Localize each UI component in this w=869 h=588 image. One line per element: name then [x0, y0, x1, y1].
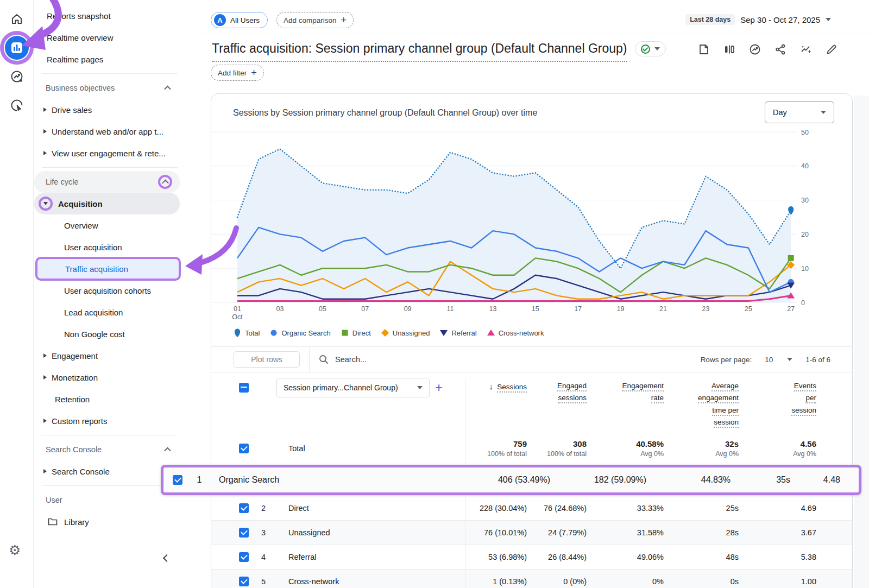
nav-section-label: Business objectives	[46, 84, 115, 92]
sidebar-item-understand-web-and-or-app-t-[interactable]: Understand web and/or app t...	[34, 121, 182, 142]
row-checkbox[interactable]	[239, 503, 249, 513]
edit-pencil-icon[interactable]	[826, 43, 837, 55]
legend-item-organic-search[interactable]: Organic Search	[269, 328, 330, 337]
column-header-text[interactable]: sessions	[558, 394, 587, 403]
sessions-value: 1 (0.13%)	[465, 570, 527, 588]
sidebar-item-label: Overview	[64, 221, 98, 230]
channel-name: Direct	[276, 504, 465, 513]
sessions-value: 53 (6.98%)	[465, 545, 527, 569]
notes-icon[interactable]	[698, 43, 710, 55]
add-comparison-button[interactable]: Add comparison +	[276, 12, 354, 28]
column-header-text[interactable]: time per	[712, 406, 739, 416]
row-checkbox[interactable]	[239, 577, 249, 586]
table-search[interactable]: Search...	[319, 355, 701, 364]
sidebar-item-monetization[interactable]: Monetization	[34, 366, 182, 388]
collapse-chevron[interactable]	[160, 81, 174, 95]
column-header-text[interactable]: session	[791, 406, 816, 416]
column-header-text[interactable]: engagement	[698, 394, 739, 403]
explore-icon[interactable]	[5, 65, 29, 88]
chevron-up-icon	[164, 85, 171, 92]
sidebar-item-user-acquisition[interactable]: User acquisition	[34, 236, 182, 258]
svg-text:23: 23	[702, 305, 709, 313]
legend-item-cross-network[interactable]: Cross-network	[487, 328, 544, 337]
rows-per-page-select[interactable]: 10	[765, 356, 792, 364]
column-header-engagement-rate: Engagementrate	[587, 378, 664, 404]
sidebar-item-overview[interactable]: Overview	[34, 214, 182, 236]
total-sessions: 759100% of total	[465, 431, 527, 466]
column-header-text[interactable]: per	[805, 394, 816, 403]
column-header-text[interactable]: Events	[794, 382, 816, 391]
table-header-row: Session primary...Channel Group) + ↓ Ses…	[211, 372, 852, 431]
events-per-session-value: 5.38	[739, 553, 816, 561]
sidebar-item-realtime-pages[interactable]: Realtime pages	[34, 48, 182, 70]
legend-item-unassigned[interactable]: Unassigned	[381, 328, 430, 337]
explore-report-icon[interactable]	[749, 43, 761, 55]
column-header-text[interactable]: rate	[651, 394, 664, 403]
select-all-checkbox[interactable]	[239, 383, 249, 393]
total-row-checkbox[interactable]	[239, 444, 249, 453]
data-quality-button[interactable]	[635, 41, 666, 56]
sidebar-item-library[interactable]: Library	[34, 511, 182, 533]
sidebar-item-non-google-cost[interactable]: Non Google cost	[34, 323, 182, 345]
sidebar-item-acquisition[interactable]: Acquisition	[34, 193, 180, 214]
insights-icon[interactable]	[800, 43, 812, 55]
nav-section-business-objectives[interactable]: Business objectives	[34, 77, 182, 99]
row-checkbox[interactable]	[239, 528, 249, 538]
expand-caret-circled[interactable]	[39, 197, 53, 211]
channel-name: Referral	[276, 553, 465, 561]
home-icon[interactable]	[5, 7, 29, 31]
sidebar-item-user-acquisition-cohorts[interactable]: User acquisition cohorts	[34, 280, 182, 301]
legend-item-referral[interactable]: Referral	[439, 328, 476, 337]
granularity-select[interactable]: Day	[765, 102, 834, 123]
row-checkbox[interactable]	[173, 475, 182, 485]
table-row-cross-network[interactable]: 5Cross-network1 (0.13%)0 (0%)0%0s1.00	[211, 569, 852, 588]
highlighted-organic-search-row[interactable]: 1 Organic Search 406 (53.49%) 182 (59.09…	[161, 465, 861, 495]
collapse-chevron[interactable]	[160, 442, 174, 457]
nav-divider	[42, 435, 178, 435]
caret-down-icon	[43, 202, 48, 205]
sidebar-item-reports-snapshot[interactable]: Reports snapshot	[34, 5, 182, 27]
sidebar-item-view-user-engagement-rete-[interactable]: View user engagement & rete...	[34, 142, 182, 164]
nav-section-life-cycle[interactable]: Life cycle	[34, 171, 180, 193]
column-header-text[interactable]: Sessions	[497, 383, 527, 393]
engaged-sessions-value: 26 (8.44%)	[527, 553, 587, 561]
engagement-rate-value: 31.58%	[587, 528, 664, 537]
nav-section-search-console[interactable]: Search Console	[34, 439, 182, 460]
column-header-text[interactable]: Engagement	[622, 382, 664, 391]
comparison-icon[interactable]	[723, 43, 735, 55]
date-range-picker[interactable]: Last 28 days Sep 30 - Oct 27, 2025	[685, 14, 831, 25]
settings-gear-icon[interactable]: ⚙	[9, 542, 21, 558]
sidebar-item-drive-sales[interactable]: Drive sales	[34, 99, 182, 121]
endpoint-marker-total	[788, 206, 794, 215]
dimension-dropdown[interactable]: Session primary...Channel Group)	[276, 378, 430, 397]
share-icon[interactable]	[774, 43, 786, 55]
sidebar-item-retention[interactable]: Retention	[34, 388, 182, 410]
date-range-chip: Last 28 days	[685, 14, 735, 25]
sidebar-item-engagement[interactable]: Engagement	[34, 345, 182, 366]
add-dimension-button[interactable]: +	[435, 380, 443, 395]
sidebar-item-traffic-acquisition[interactable]: Traffic acquisition	[35, 257, 181, 281]
plot-rows-button[interactable]: Plot rows	[234, 351, 300, 368]
legend-item-total[interactable]: Total	[233, 328, 260, 337]
table-row-referral[interactable]: 4Referral53 (6.98%)26 (8.44%)49.06%48s5.…	[211, 545, 852, 569]
table-row-unassigned[interactable]: 3Unassigned76 (10.01%)24 (7.79%)31.58%28…	[211, 520, 852, 545]
nav-section-user[interactable]: User	[34, 489, 182, 511]
reports-icon[interactable]	[5, 36, 29, 60]
sidebar-item-custom-reports[interactable]: Custom reports	[34, 410, 182, 432]
sidebar-item-lead-acquisition[interactable]: Lead acquisition	[34, 301, 182, 323]
column-header-text[interactable]: session	[714, 418, 739, 428]
column-header-text[interactable]: Engaged	[557, 382, 587, 391]
legend-item-direct[interactable]: Direct	[341, 328, 371, 337]
chevron-down-icon	[787, 358, 792, 361]
sidebar-item-label: Monetization	[52, 373, 98, 382]
column-header-text[interactable]: Average	[711, 382, 739, 391]
row-checkbox[interactable]	[239, 552, 249, 562]
add-filter-button[interactable]: Add filter +	[211, 65, 264, 81]
table-row-direct[interactable]: 2Direct228 (30.04%)76 (24.68%)33.33%25s4…	[211, 496, 852, 520]
collapse-chevron[interactable]	[158, 175, 172, 189]
sidebar-item-search-console[interactable]: Search Console	[34, 460, 182, 482]
sidebar-collapse-button[interactable]	[160, 552, 173, 565]
all-users-segment-pill[interactable]: A All Users	[211, 12, 268, 28]
sidebar-item-realtime-overview[interactable]: Realtime overview	[34, 27, 182, 48]
advertising-icon[interactable]	[5, 93, 29, 117]
